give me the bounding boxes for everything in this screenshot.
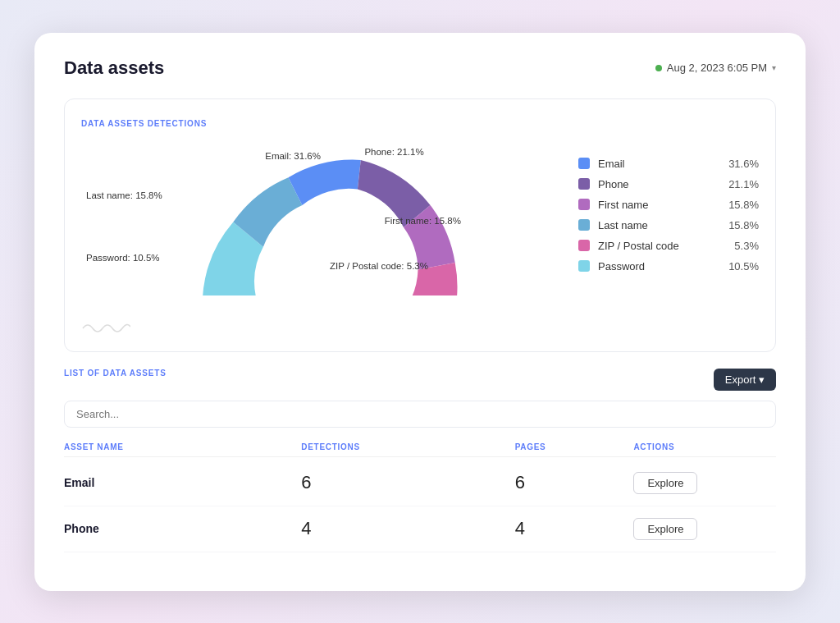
row-email-detections: 6 bbox=[301, 472, 479, 493]
table-row: Phone 4 4 Explore bbox=[64, 506, 776, 552]
legend-item-zip: ZIP / Postal code 5.3% bbox=[578, 240, 759, 252]
legend-pct-zip: 5.3% bbox=[728, 240, 759, 252]
list-section-label: LIST OF DATA ASSETS bbox=[64, 369, 167, 378]
legend-name-password: Password bbox=[598, 260, 719, 273]
main-card: Data assets Aug 2, 2023 6:05 PM ▾ DATA A… bbox=[34, 33, 806, 591]
row-phone-detections: 4 bbox=[301, 518, 479, 539]
legend-name-firstname: First name bbox=[598, 199, 719, 211]
legend-color-lastname bbox=[578, 219, 590, 231]
list-section: LIST OF DATA ASSETS Export ▾ ASSET NAME … bbox=[64, 369, 776, 552]
donut-chart: Email: 31.6% Phone: 21.1% First name: 15… bbox=[81, 141, 578, 338]
col-actions: ACTIONS bbox=[633, 442, 776, 451]
row-email-actions: Explore bbox=[633, 472, 776, 494]
search-input[interactable] bbox=[64, 401, 776, 428]
page-header: Data assets Aug 2, 2023 6:05 PM ▾ bbox=[64, 57, 776, 79]
legend-item-email: Email 31.6% bbox=[578, 158, 759, 170]
legend-color-phone bbox=[578, 178, 590, 190]
chevron-down-icon: ▾ bbox=[772, 63, 776, 72]
wave-decoration bbox=[81, 320, 130, 338]
bottom-mask bbox=[190, 295, 469, 334]
legend-name-zip: ZIP / Postal code bbox=[598, 240, 719, 252]
legend-item-lastname: Last name 15.8% bbox=[578, 219, 759, 231]
legend-item-password: Password 10.5% bbox=[578, 260, 759, 273]
row-phone-actions: Explore bbox=[633, 518, 776, 540]
row-phone-name: Phone bbox=[64, 522, 301, 535]
legend-pct-password: 10.5% bbox=[728, 260, 759, 273]
timestamp-dropdown[interactable]: Aug 2, 2023 6:05 PM ▾ bbox=[655, 62, 776, 74]
legend-color-zip bbox=[578, 240, 590, 251]
explore-phone-button[interactable]: Explore bbox=[633, 518, 697, 540]
page-title: Data assets bbox=[64, 57, 164, 79]
row-email-pages: 6 bbox=[515, 472, 634, 493]
legend-pct-firstname: 15.8% bbox=[728, 199, 759, 211]
list-header: LIST OF DATA ASSETS Export ▾ bbox=[64, 369, 776, 391]
legend-pct-phone: 21.1% bbox=[728, 178, 759, 190]
legend-name-lastname: Last name bbox=[598, 219, 719, 231]
detections-section: DATA ASSETS DETECTIONS bbox=[64, 98, 776, 352]
export-button[interactable]: Export ▾ bbox=[714, 369, 776, 391]
legend-color-email bbox=[578, 158, 590, 169]
timestamp-text: Aug 2, 2023 6:05 PM bbox=[667, 62, 767, 74]
legend-item-firstname: First name 15.8% bbox=[578, 199, 759, 211]
legend-pct-email: 31.6% bbox=[728, 158, 759, 170]
table-header: ASSET NAME DETECTIONS PAGES ACTIONS bbox=[64, 437, 776, 457]
explore-email-button[interactable]: Explore bbox=[633, 472, 697, 494]
legend-pct-lastname: 15.8% bbox=[728, 219, 759, 231]
col-asset-name: ASSET NAME bbox=[64, 442, 301, 451]
donut-svg bbox=[190, 145, 469, 334]
detections-section-label: DATA ASSETS DETECTIONS bbox=[81, 119, 759, 128]
legend-color-password bbox=[578, 260, 590, 272]
segment-email bbox=[289, 159, 361, 204]
legend-name-email: Email bbox=[598, 158, 719, 170]
table-row: Email 6 6 Explore bbox=[64, 460, 776, 506]
chart-legend: Email 31.6% Phone 21.1% First name 15.8%… bbox=[578, 141, 759, 273]
legend-name-phone: Phone bbox=[598, 178, 719, 190]
chart-area: Email: 31.6% Phone: 21.1% First name: 15… bbox=[81, 141, 759, 338]
legend-color-firstname bbox=[578, 199, 590, 210]
col-pages: PAGES bbox=[515, 442, 634, 451]
row-email-name: Email bbox=[64, 476, 301, 489]
col-sort-icon bbox=[479, 442, 514, 451]
row-phone-pages: 4 bbox=[515, 518, 634, 539]
status-dot bbox=[655, 65, 662, 71]
label-password: Password: 10.5% bbox=[86, 253, 160, 263]
col-detections: DETECTIONS bbox=[301, 442, 479, 451]
label-lastname: Last name: 15.8% bbox=[86, 190, 162, 200]
legend-item-phone: Phone 21.1% bbox=[578, 178, 759, 190]
